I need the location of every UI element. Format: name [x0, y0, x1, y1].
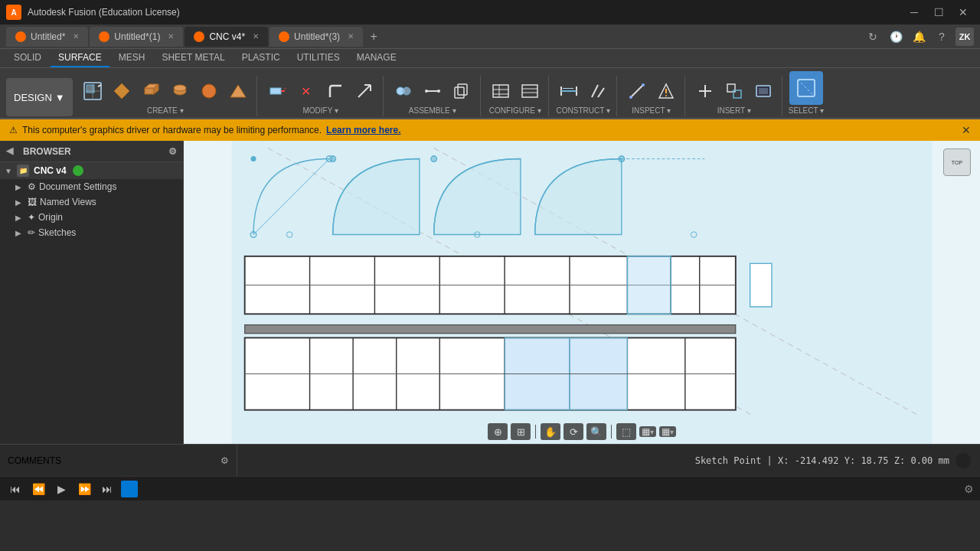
close-button[interactable]: ✕	[952, 5, 974, 20]
tab-close-icon[interactable]: ✕	[253, 32, 259, 41]
help-icon[interactable]: ?	[933, 28, 951, 46]
nav-face[interactable]: TOP	[943, 148, 971, 176]
inspect-analysis-button[interactable]	[652, 77, 680, 105]
svg-rect-26	[455, 87, 464, 98]
modify-scale-button[interactable]	[351, 77, 378, 105]
timeline-indicator[interactable]	[121, 481, 138, 497]
tree-item-origin[interactable]: ▶ ✦ Origin	[0, 210, 183, 225]
theme-toggle-button[interactable]	[956, 453, 971, 468]
browser-settings-button[interactable]: ⚙	[168, 146, 177, 157]
playback-play-button[interactable]: ▶	[52, 480, 70, 498]
ribbon-tab-plastic[interactable]: PLASTIC	[234, 49, 288, 67]
construct-label: CONSTRUCT ▾	[557, 106, 610, 115]
collapse-browser-button[interactable]: ◀	[6, 145, 18, 158]
pan-button[interactable]: ✋	[541, 423, 560, 440]
tab-untitled1[interactable]: Untitled*(1) ✕	[90, 27, 183, 47]
tree-item-sketches[interactable]: ▶ ✏ Sketches	[0, 225, 183, 240]
modify-delete-button[interactable]: ✕	[292, 77, 320, 105]
notification-icon[interactable]: 🔔	[910, 28, 928, 46]
insert-canvas-button[interactable]	[750, 77, 777, 105]
construct-offset-button[interactable]	[555, 77, 583, 105]
viewport[interactable]: TOP ⊕ ⊞ ✋ ⟳ 🔍 ⬚ ▦ ▾ ▦ ▾	[184, 141, 980, 444]
tab-close-icon[interactable]: ✕	[348, 32, 354, 41]
insert-component-button[interactable]	[691, 77, 719, 105]
assemble-link-button[interactable]	[419, 77, 446, 105]
svg-point-11	[174, 85, 186, 91]
assemble-buttons	[390, 77, 475, 105]
create-extrude-button[interactable]	[137, 77, 165, 105]
configure-table-button[interactable]	[487, 77, 514, 105]
modify-press-pull-button[interactable]: →	[263, 77, 291, 105]
status-bar: COMMENTS ⚙ Sketch Point | X: -214.492 Y:…	[0, 444, 980, 476]
design-dropdown-button[interactable]: DESIGN ▼	[6, 78, 73, 116]
tree-item-named-views[interactable]: ▶ 🖼 Named Views	[0, 194, 183, 210]
tab-untitled3[interactable]: Untitled*(3) ✕	[270, 27, 363, 47]
refresh-icon[interactable]: ↻	[864, 28, 882, 46]
modify-fillet-button[interactable]	[322, 77, 349, 105]
insert-derive-button[interactable]	[720, 77, 748, 105]
tree-item-doc-settings[interactable]: ▶ ⚙ Document Settings	[0, 179, 183, 194]
tab-close-icon[interactable]: ✕	[168, 32, 174, 41]
nav-cube[interactable]: TOP	[942, 148, 972, 194]
tab-icon	[194, 31, 204, 42]
playback-prev-button[interactable]: ⏪	[29, 480, 47, 498]
construct-plane-button[interactable]	[584, 77, 612, 105]
playback-next-button[interactable]: ⏩	[75, 480, 93, 498]
create-form-button[interactable]	[108, 77, 136, 105]
tree-root-item[interactable]: ▼ 📁 CNC v4	[0, 162, 183, 179]
zoom-button[interactable]: 🔍	[586, 423, 606, 440]
ribbon-tab-mesh[interactable]: MESH	[111, 49, 153, 67]
create-sketch-button[interactable]	[79, 77, 106, 105]
ribbon-tab-sheet-metal[interactable]: SHEET METAL	[154, 49, 232, 67]
svg-rect-80	[627, 256, 671, 314]
assemble-joint-button[interactable]	[390, 77, 417, 105]
orbit-button[interactable]: ⟳	[564, 423, 583, 440]
assemble-label: ASSEMBLE ▾	[409, 106, 456, 115]
svg-line-55	[798, 80, 815, 96]
warning-icon: ⚠	[9, 125, 18, 135]
ribbon-tab-utilities[interactable]: UTILITIES	[289, 49, 348, 67]
inspect-buttons	[623, 77, 680, 105]
tab-cncv4[interactable]: CNC v4* ✕	[185, 27, 268, 47]
svg-point-43	[629, 96, 632, 99]
insert-buttons	[691, 77, 777, 105]
construct-buttons	[555, 77, 612, 105]
ribbon-tab-solid[interactable]: SOLID	[6, 49, 49, 67]
ribbon-tab-manage[interactable]: MANAGE	[349, 49, 404, 67]
create-revolve-button[interactable]	[166, 77, 194, 105]
assemble-copy-button[interactable]	[448, 77, 475, 105]
minimize-button[interactable]: ─	[903, 5, 925, 20]
inspect-measure-button[interactable]	[623, 77, 651, 105]
tab-label: Untitled*(3)	[294, 31, 340, 42]
item-label: Document Settings	[39, 181, 116, 192]
create-patch-button[interactable]	[224, 77, 252, 105]
tab-icon	[15, 31, 26, 42]
tab-untitled[interactable]: Untitled* ✕	[6, 27, 88, 47]
display-settings-button[interactable]: ⬚	[616, 423, 636, 440]
select-button[interactable]	[789, 71, 823, 105]
svg-point-44	[642, 83, 645, 86]
app-title: Autodesk Fusion (Education License)	[28, 7, 903, 18]
browser-header: ◀ BROWSER ⚙	[0, 141, 183, 162]
playback-first-button[interactable]: ⏮	[6, 480, 24, 498]
grid-snap-button[interactable]: ⊞	[511, 423, 531, 440]
playback-last-button[interactable]: ⏭	[98, 480, 116, 498]
clock-icon[interactable]: 🕐	[887, 28, 905, 46]
status-info: Sketch Point | X: -214.492 Y: 18.75 Z: 0…	[237, 453, 980, 468]
new-tab-button[interactable]: +	[364, 28, 383, 46]
tab-close-icon[interactable]: ✕	[73, 32, 79, 41]
info-close-button[interactable]: ✕	[962, 124, 971, 136]
snap-toggle-button[interactable]: ⊕	[488, 423, 508, 440]
comments-label: COMMENTS	[8, 455, 61, 466]
comments-settings-button[interactable]: ⚙	[220, 455, 229, 466]
ribbon-tab-surface[interactable]: SURFACE	[51, 49, 109, 67]
info-link[interactable]: Learn more here.	[326, 125, 400, 135]
maximize-button[interactable]: ☐	[928, 5, 949, 20]
configure-chart-button[interactable]	[516, 77, 544, 105]
user-avatar[interactable]: ZK	[956, 28, 974, 46]
browser-title: BROWSER	[23, 146, 71, 157]
svg-point-25	[437, 90, 440, 93]
playbar-settings-button[interactable]: ⚙	[964, 483, 974, 495]
item-icon: ⚙	[28, 181, 36, 192]
create-sphere-button[interactable]	[195, 77, 223, 105]
